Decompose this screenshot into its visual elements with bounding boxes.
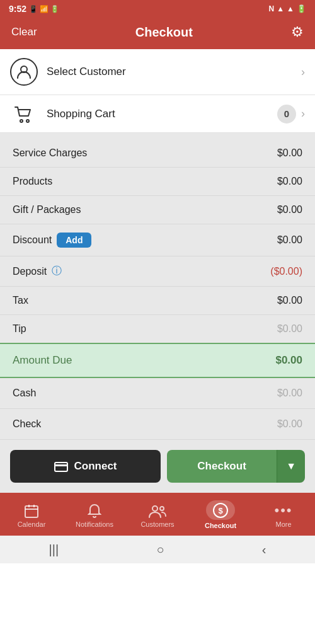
cart-chevron-icon: › <box>301 107 305 120</box>
amount-due-value: $0.00 <box>275 354 302 367</box>
nav-label-more: More <box>275 520 291 528</box>
svg-rect-5 <box>25 506 38 517</box>
bell-icon <box>88 502 101 519</box>
nav-label-customers: Customers <box>140 520 174 528</box>
checkout-button-group: Checkout ▼ <box>167 450 305 483</box>
cash-value: $0.00 <box>277 388 302 399</box>
deposit-info-icon[interactable]: ⓘ <box>52 265 62 278</box>
svg-point-2 <box>26 120 29 122</box>
gift-packages-value: $0.00 <box>277 204 302 216</box>
svg-point-1 <box>20 120 23 122</box>
customer-avatar-icon <box>10 58 38 86</box>
tax-row: Tax $0.00 <box>0 287 315 315</box>
dollar-circle-icon: $ <box>212 502 229 517</box>
products-row: Products $0.00 <box>0 168 315 196</box>
select-customer-row[interactable]: Select Customer › <box>0 49 315 95</box>
amount-due-label: Amount Due <box>13 354 72 367</box>
cart-label: Shopping Cart <box>47 108 277 120</box>
service-charges-value: $0.00 <box>277 147 302 159</box>
cash-row: Cash $0.00 <box>0 378 315 409</box>
system-navigation-bar: ||| ○ ‹ <box>0 536 315 563</box>
svg-point-9 <box>152 506 158 511</box>
svg-point-10 <box>160 507 164 510</box>
settings-icon[interactable]: ⚙ <box>291 24 304 40</box>
select-customer-label: Select Customer <box>47 66 301 78</box>
tax-label: Tax <box>13 295 28 306</box>
service-charges-label: Service Charges <box>13 147 87 159</box>
nav-item-customers[interactable]: Customers <box>126 500 189 531</box>
recent-apps-button[interactable]: ||| <box>49 543 59 557</box>
tax-value: $0.00 <box>277 295 302 306</box>
wifi-icon: ▲ <box>277 4 284 13</box>
check-row: Check $0.00 <box>0 409 315 440</box>
deposit-row: Deposit ⓘ ($0.00) <box>0 256 315 287</box>
people-icon <box>149 502 166 519</box>
credit-card-icon <box>54 460 68 473</box>
cart-count-badge: 0 <box>277 105 296 124</box>
svg-rect-3 <box>55 463 67 471</box>
nav-label-checkout: Checkout <box>205 522 236 529</box>
discount-label: Discount Add <box>13 233 91 248</box>
products-label: Products <box>13 176 52 187</box>
signal-icon: ▲ <box>287 4 294 13</box>
svg-text:$: $ <box>218 506 223 515</box>
status-bar-right: N ▲ ▲ 🔋 <box>269 4 306 13</box>
deposit-value: ($0.00) <box>270 266 302 277</box>
connect-button[interactable]: Connect <box>10 450 161 483</box>
calendar-icon <box>24 502 39 519</box>
status-time: 9:52 <box>9 4 26 14</box>
products-value: $0.00 <box>277 176 302 187</box>
gift-packages-row: Gift / Packages $0.00 <box>0 196 315 224</box>
nav-label-calendar: Calendar <box>18 520 46 528</box>
page-title: Checkout <box>135 25 193 40</box>
status-icons: 📱 📶 🔋 <box>29 5 59 13</box>
ellipsis-icon: ••• <box>274 502 292 519</box>
check-value: $0.00 <box>277 418 302 430</box>
cash-label: Cash <box>13 388 36 399</box>
add-discount-button[interactable]: Add <box>57 233 91 248</box>
summary-section: Service Charges $0.00 Products $0.00 Gif… <box>0 133 315 343</box>
discount-row: Discount Add $0.00 <box>0 224 315 256</box>
home-button[interactable]: ○ <box>156 543 164 557</box>
shopping-cart-row[interactable]: Shopping Cart 0 › <box>0 95 315 133</box>
nav-item-notifications[interactable]: Notifications <box>63 500 126 531</box>
gift-packages-label: Gift / Packages <box>13 204 81 216</box>
battery-icon: 🔋 <box>297 4 306 13</box>
cart-icon <box>10 104 38 124</box>
clear-button[interactable]: Clear <box>11 26 37 38</box>
checkout-dropdown-button[interactable]: ▼ <box>277 450 305 483</box>
deposit-label: Deposit ⓘ <box>13 265 62 278</box>
back-button[interactable]: ‹ <box>262 543 266 557</box>
bottom-navigation: Calendar Notifications Customers <box>0 493 315 536</box>
check-label: Check <box>13 418 41 430</box>
discount-value: $0.00 <box>277 234 302 246</box>
svg-rect-4 <box>55 464 67 466</box>
nav-item-calendar[interactable]: Calendar <box>0 500 63 531</box>
action-buttons-bar: Connect Checkout ▼ <box>0 440 315 493</box>
nav-item-checkout[interactable]: $ Checkout <box>189 498 252 532</box>
header: Clear Checkout ⚙ <box>0 18 315 49</box>
service-charges-row: Service Charges $0.00 <box>0 139 315 168</box>
status-bar: 9:52 📱 📶 🔋 N ▲ ▲ 🔋 <box>0 0 315 18</box>
dropdown-arrow-icon: ▼ <box>286 461 296 471</box>
tip-label: Tip <box>13 323 26 335</box>
customer-chevron-icon: › <box>301 66 305 79</box>
amount-due-row: Amount Due $0.00 <box>0 343 315 378</box>
nav-label-notifications: Notifications <box>76 520 113 528</box>
tip-value: $0.00 <box>277 323 302 335</box>
tip-row: Tip $0.00 <box>0 315 315 343</box>
checkout-button[interactable]: Checkout <box>167 450 277 483</box>
nav-item-more[interactable]: ••• More <box>252 500 315 531</box>
status-bar-left: 9:52 📱 📶 🔋 <box>9 4 59 14</box>
network-icon: N <box>269 4 275 13</box>
